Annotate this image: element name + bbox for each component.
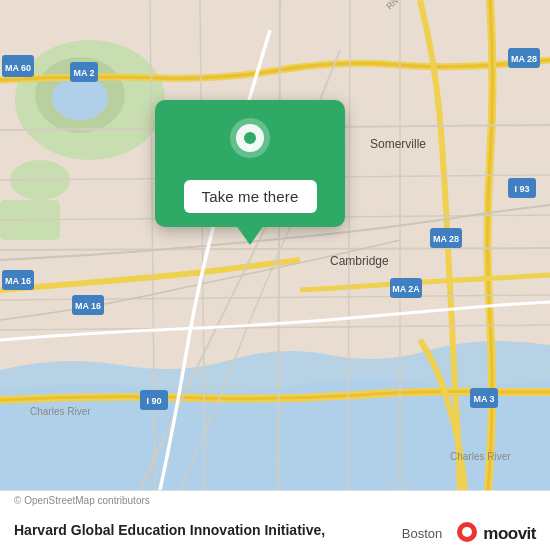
take-me-there-button[interactable]: Take me there [184,180,317,213]
city-name: Boston [402,526,442,541]
svg-text:Cambridge: Cambridge [330,254,389,268]
svg-text:MA 28: MA 28 [433,234,459,244]
svg-text:MA 2A: MA 2A [392,284,420,294]
svg-point-46 [462,527,472,537]
svg-text:Charles River: Charles River [30,406,91,417]
popup-card: Take me there [155,100,345,227]
svg-text:MA 2: MA 2 [73,68,94,78]
svg-text:Charles River: Charles River [450,451,511,462]
map-background: MA 60 MA 2 MA 28 MA 16 MA 16 I 90 MA 2A … [0,0,550,490]
svg-point-44 [244,132,256,144]
copyright-text: © OpenStreetMap contributors [14,495,150,506]
moovit-brand-text: moovit [483,524,536,544]
map-container: MA 60 MA 2 MA 28 MA 16 MA 16 I 90 MA 2A … [0,0,550,490]
svg-text:MA 16: MA 16 [5,276,31,286]
svg-text:MA 28: MA 28 [511,54,537,64]
moovit-logo: moovit [453,520,536,548]
svg-text:MA 16: MA 16 [75,301,101,311]
footer-bar: © OpenStreetMap contributors Harvard Glo… [0,490,550,550]
svg-point-3 [52,76,108,120]
location-pin-icon [224,118,276,170]
location-name: Harvard Global Education Innovation Init… [14,522,394,538]
svg-text:MA 60: MA 60 [5,63,31,73]
svg-text:I 90: I 90 [146,396,161,406]
svg-text:I 93: I 93 [514,184,529,194]
svg-text:Somerville: Somerville [370,137,426,151]
svg-text:MA 3: MA 3 [473,394,494,404]
